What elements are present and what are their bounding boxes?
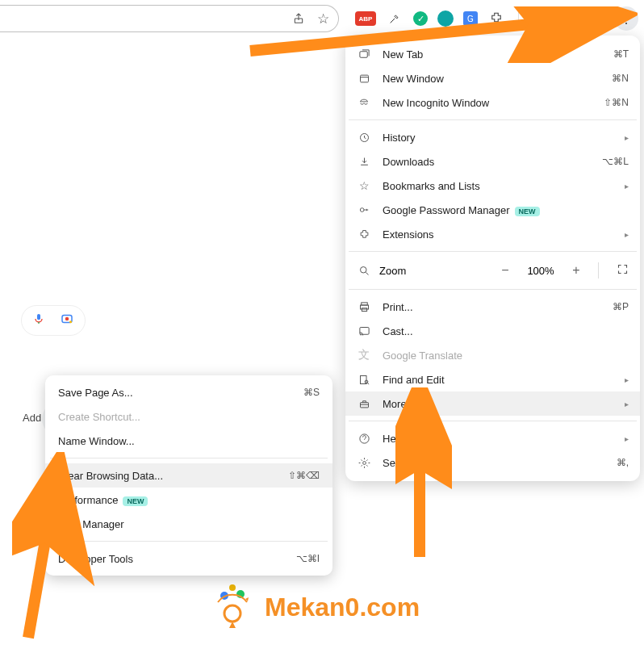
svg-rect-17 <box>359 327 368 334</box>
menu-label: History <box>383 132 610 144</box>
zoom-in-button[interactable]: + <box>567 263 585 278</box>
zoom-out-button[interactable]: − <box>496 263 514 278</box>
shortcut: ⇧⌘N <box>604 97 629 108</box>
menu-cast[interactable]: Cast... <box>345 319 640 343</box>
svg-rect-5 <box>37 314 40 320</box>
star-icon[interactable]: ☆ <box>314 10 332 27</box>
menu-settings[interactable]: Settings ⌘, <box>345 450 640 475</box>
submenu-task-manager[interactable]: Task Manager <box>45 512 332 536</box>
svg-rect-2 <box>563 15 573 23</box>
star-icon: ☆ <box>357 179 371 192</box>
shortcut: ⌘P <box>613 301 629 312</box>
menu-label: Google Password ManagerNEW <box>383 204 629 216</box>
logo-text: Mekan0.com <box>265 592 420 622</box>
puzzle-icon <box>357 228 371 241</box>
print-icon <box>357 301 371 313</box>
shortcut: ⇧⌘⌫ <box>288 470 320 481</box>
menu-incognito[interactable]: New Incognito Window ⇧⌘N <box>345 90 640 115</box>
translate-icon: 文 <box>357 348 371 362</box>
svg-point-1 <box>543 21 546 23</box>
new-badge: NEW <box>123 496 148 506</box>
help-icon <box>357 433 371 445</box>
menu-find-edit[interactable]: Find and Edit ▸ <box>345 367 640 391</box>
chevron-right-icon: ▸ <box>625 230 629 239</box>
kebab-menu-button[interactable]: ⋮ <box>614 6 638 31</box>
menu-translate: 文 Google Translate <box>345 343 640 367</box>
menu-label: Create Shortcut... <box>58 411 320 423</box>
svg-point-13 <box>360 266 366 273</box>
menu-label: Extensions <box>383 228 610 241</box>
menu-label: Help <box>383 433 610 445</box>
menu-label: Name Window... <box>58 435 320 447</box>
extensions-puzzle-icon[interactable] <box>487 10 505 27</box>
lens-icon[interactable] <box>60 312 74 329</box>
new-tab-icon <box>357 48 371 61</box>
voice-search-icon[interactable] <box>32 311 45 330</box>
menu-history[interactable]: History ▸ <box>345 125 640 149</box>
menu-more-tools[interactable]: More Tools ▸ <box>345 391 640 416</box>
menu-extensions[interactable]: Extensions ▸ <box>345 222 640 246</box>
shortcut: ⌘N <box>612 73 629 84</box>
menu-zoom: Zoom − 100% + <box>345 257 640 284</box>
chrome-main-menu: New Tab ⌘T New Window ⌘N New Incognito W… <box>345 36 640 481</box>
new-window-icon <box>357 73 371 85</box>
menu-downloads[interactable]: Downloads ⌥⌘L <box>345 149 640 174</box>
separator <box>518 10 519 27</box>
menu-label: New Tab <box>383 48 602 61</box>
menu-password-manager[interactable]: Google Password ManagerNEW <box>345 198 640 222</box>
extension-icons: ABP ✓ G ⋮ <box>339 6 638 31</box>
toolbox-icon <box>357 398 371 410</box>
menu-label: Task Manager <box>58 518 320 530</box>
cast-icon <box>357 325 371 337</box>
submenu-developer-tools[interactable]: Developer Tools ⌥⌘I <box>45 546 332 571</box>
browser-toolbar: ☆ ABP ✓ G ⋮ <box>0 0 644 37</box>
fullscreen-icon[interactable] <box>617 263 629 278</box>
submenu-save-page[interactable]: Save Page As... ⌘S <box>45 380 332 404</box>
submenu-name-window[interactable]: Name Window... <box>45 429 332 453</box>
svg-point-12 <box>360 208 364 212</box>
menu-bookmarks[interactable]: ☆ Bookmarks and Lists ▸ <box>345 174 640 198</box>
history-icon <box>357 132 371 144</box>
submenu-clear-browsing-data[interactable]: Clear Browsing Data... ⇧⌘⌫ <box>45 463 332 488</box>
menu-label: Find and Edit <box>383 374 610 386</box>
divider <box>50 458 328 458</box>
menu-new-tab[interactable]: New Tab ⌘T <box>345 42 640 66</box>
svg-point-8 <box>69 320 72 323</box>
menu-label: PerformanceNEW <box>58 494 320 506</box>
shortcut: ⌘, <box>617 457 629 468</box>
grammarly-icon[interactable]: ✓ <box>413 11 428 26</box>
menu-label: New Window <box>383 73 600 85</box>
google-translate-icon[interactable]: G <box>463 11 478 26</box>
share-icon[interactable] <box>290 10 307 27</box>
divider <box>50 541 328 542</box>
logo-mark-icon <box>208 580 257 635</box>
reading-list-icon[interactable] <box>532 10 550 27</box>
chevron-right-icon: ▸ <box>625 400 629 408</box>
svg-point-22 <box>362 461 366 464</box>
search-icon <box>357 374 371 386</box>
download-icon <box>357 156 371 168</box>
surfshark-icon[interactable] <box>437 10 454 27</box>
submenu-performance[interactable]: PerformanceNEW <box>45 488 332 512</box>
profile-icon[interactable] <box>587 10 604 27</box>
menu-label: More Tools <box>383 398 610 410</box>
svg-point-7 <box>65 317 69 321</box>
eyedropper-icon[interactable] <box>386 10 404 27</box>
abp-icon[interactable]: ABP <box>355 11 376 26</box>
menu-label: Cast... <box>383 325 629 337</box>
chevron-right-icon: ▸ <box>625 375 629 384</box>
search-tools <box>21 305 86 336</box>
menu-new-window[interactable]: New Window ⌘N <box>345 66 640 90</box>
menu-label: Bookmarks and Lists <box>383 180 610 192</box>
svg-rect-20 <box>360 402 368 407</box>
side-panel-icon[interactable] <box>559 10 577 27</box>
zoom-value: 100% <box>522 265 559 277</box>
url-bar[interactable]: ☆ <box>0 5 339 32</box>
add-shortcut-label: Add <box>23 412 41 424</box>
svg-point-4 <box>593 15 598 19</box>
menu-help[interactable]: Help ▸ <box>345 426 640 450</box>
divider <box>349 421 637 421</box>
menu-print[interactable]: Print... ⌘P <box>345 295 640 319</box>
divider <box>349 119 637 120</box>
shortcut: ⌘T <box>613 48 629 60</box>
